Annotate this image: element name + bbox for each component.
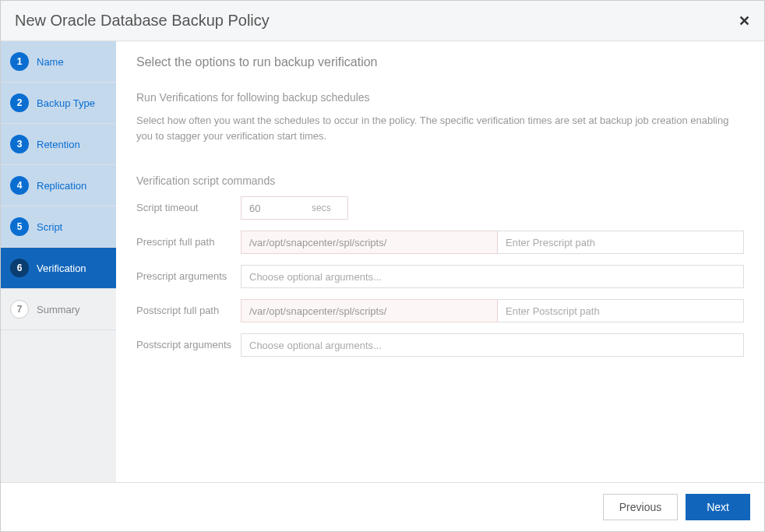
row-script-timeout: Script timeout secs xyxy=(136,196,744,220)
step-backup-type[interactable]: 2 Backup Type xyxy=(1,83,116,124)
step-number: 1 xyxy=(10,52,29,71)
prescript-args-input[interactable] xyxy=(241,265,744,288)
row-postscript-args: Postscript arguments xyxy=(136,333,744,357)
content-title: Select the options to run backup verific… xyxy=(136,55,744,69)
schedules-description: Select how often you want the schedules … xyxy=(136,113,744,143)
step-label: Verification xyxy=(37,262,86,274)
postscript-args-input[interactable] xyxy=(241,333,744,357)
step-number: 7 xyxy=(10,300,29,319)
script-timeout-input[interactable] xyxy=(241,198,312,219)
next-button[interactable]: Next xyxy=(686,494,750,520)
dialog-header: New Oracle Database Backup Policy ✕ xyxy=(1,1,764,41)
dialog-title: New Oracle Database Backup Policy xyxy=(15,12,270,30)
content-panel: Select the options to run backup verific… xyxy=(116,41,764,482)
row-postscript-path: Postscript full path xyxy=(136,299,744,322)
timeout-suffix: secs xyxy=(312,203,339,213)
label-prescript-args: Prescript arguments xyxy=(136,270,241,284)
prescript-prefix-input xyxy=(241,231,498,254)
schedules-heading: Run Verifications for following backup s… xyxy=(136,91,744,104)
label-script-timeout: Script timeout xyxy=(136,202,241,215)
wizard-steps: 1 Name 2 Backup Type 3 Retention 4 Repli… xyxy=(1,41,116,482)
step-verification[interactable]: 6 Verification xyxy=(1,248,116,289)
step-label: Summary xyxy=(37,304,80,315)
label-postscript-path: Postscript full path xyxy=(136,305,241,318)
step-label: Backup Type xyxy=(37,97,95,109)
prescript-path-wrap xyxy=(241,231,744,254)
step-number: 3 xyxy=(10,135,29,153)
step-number: 5 xyxy=(10,217,29,236)
step-label: Name xyxy=(37,56,64,68)
postscript-path-wrap xyxy=(241,299,744,322)
postscript-path-input[interactable] xyxy=(498,299,744,322)
timeout-input-wrap: secs xyxy=(241,196,348,220)
postscript-prefix-input xyxy=(241,299,498,322)
step-number: 4 xyxy=(10,176,29,195)
row-prescript-args: Prescript arguments xyxy=(136,265,744,288)
step-script[interactable]: 5 Script xyxy=(1,206,116,248)
step-retention[interactable]: 3 Retention xyxy=(1,124,116,165)
previous-button[interactable]: Previous xyxy=(603,494,678,520)
row-prescript-path: Prescript full path xyxy=(136,231,744,254)
dialog-body: 1 Name 2 Backup Type 3 Retention 4 Repli… xyxy=(1,41,764,482)
step-label: Script xyxy=(37,221,62,233)
step-name[interactable]: 1 Name xyxy=(1,41,116,83)
dialog-footer: Previous Next xyxy=(1,482,764,531)
label-postscript-args: Postscript arguments xyxy=(136,339,241,352)
close-icon[interactable]: ✕ xyxy=(739,12,750,30)
step-number: 6 xyxy=(10,259,29,277)
step-number: 2 xyxy=(10,93,29,112)
scripts-heading: Verification script commands xyxy=(136,174,744,187)
step-summary[interactable]: 7 Summary xyxy=(1,289,116,330)
prescript-path-input[interactable] xyxy=(498,231,744,254)
step-label: Replication xyxy=(37,180,86,192)
dialog-new-backup-policy: New Oracle Database Backup Policy ✕ 1 Na… xyxy=(0,0,765,532)
step-replication[interactable]: 4 Replication xyxy=(1,165,116,206)
step-label: Retention xyxy=(37,139,80,150)
label-prescript-path: Prescript full path xyxy=(136,236,241,249)
